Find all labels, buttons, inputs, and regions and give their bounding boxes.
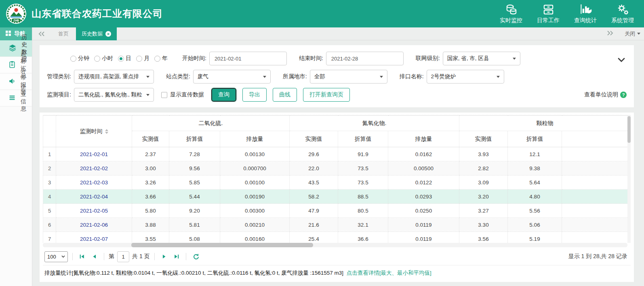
cell-rownum: 4 [43,190,56,204]
sidebar-item-exceedance-summary[interactable]: 超标汇总 [0,57,32,73]
table-row: 72021-02-073.555.080.0016025.436.60.0119… [43,232,631,243]
radio-period-year[interactable]: 年 [154,55,168,62]
radio-period-minute[interactable]: 分钟 [70,55,89,62]
cell-value: 0.00500 [388,161,459,175]
cell-date[interactable]: 2021-02-07 [56,232,132,243]
cell-clipped [562,218,631,232]
query-button[interactable]: 查询 [211,88,236,102]
nav-realtime-monitor[interactable]: 实时监控 [499,3,524,24]
nav-label: 系统管理 [611,17,634,23]
checkbox-icon [161,92,167,98]
site-type-select[interactable]: 废气 [193,70,271,84]
export-button[interactable]: 导出 [242,88,267,102]
column-subheader: 折算值 [338,131,388,147]
prev-page-icon [92,254,97,259]
first-page-button[interactable] [77,253,87,261]
monitor-items-select[interactable]: 二氧化硫., 氮氧化物., 颗粒 [74,88,154,102]
column-header-time[interactable]: 监测时间 [56,116,132,147]
cell-date[interactable]: 2021-02-02 [56,161,132,175]
nav-label: 日常工作 [537,17,560,23]
management-type-select[interactable]: 违规项目, 高架源, 重点排 [74,70,154,84]
app-header: ZHB 山东省联合农药工业有限公司 实时监控 日常工作 [0,0,644,27]
caret-down-icon [146,94,149,96]
cell-date[interactable]: 2021-02-05 [56,204,132,218]
vertical-scrollbar[interactable] [627,115,631,243]
tab-history-data[interactable]: 历史数据 × [76,27,117,40]
open-new-query-button[interactable]: 打开新查询页 [303,88,350,102]
end-time-input[interactable] [326,52,404,65]
city-select[interactable]: 全部 [310,70,387,84]
cell-value: 88.5 [338,190,388,204]
cell-value: 58.2 [290,190,338,204]
radio-period-hour[interactable]: 小时 [94,55,113,62]
page-number-input[interactable] [117,251,129,262]
grid-icon [6,31,11,37]
cell-value: 3.30 [459,218,508,232]
radio-period-month[interactable]: 月 [136,55,149,62]
view-unit-help-link[interactable]: 查看单位说明 ? [584,91,627,98]
horizontal-scrollbar-thumb[interactable] [131,243,313,247]
caret-down-icon [513,58,516,60]
cell-value: 5.44 [169,190,220,204]
horizontal-scrollbar[interactable] [43,243,627,247]
cell-value: 73.5 [338,175,388,190]
column-group-header: 氮氧化物. [290,116,459,131]
nav-query-statistics[interactable]: 查询统计 [573,3,598,24]
sidebar-item-enterprise-info[interactable]: 企业信息 [0,90,32,106]
cell-value: 0.00160 [220,232,290,243]
chevron-down-icon [61,255,65,258]
nav-daily-work[interactable]: 日常工作 [536,3,561,24]
last-page-button[interactable] [172,253,181,261]
radio-icon [70,56,76,62]
cell-date[interactable]: 2021-02-04 [56,190,132,204]
cell-value: 0.0119 [388,218,459,232]
column-subheader: 排放量 [220,131,290,147]
cell-value: 73.5 [338,161,388,175]
start-time-input[interactable] [209,52,287,65]
list-icon [8,94,16,103]
cell-value: 3.66 [132,190,169,204]
nav-system-management[interactable]: 系统管理 [610,3,635,24]
sidebar-item-history-data[interactable]: 历史数据 [0,40,32,57]
caret-down-icon [146,76,149,78]
cell-value: 5.56 [508,204,562,218]
cell-value: 25.4 [290,232,338,243]
cell-date[interactable]: 2021-02-06 [56,218,132,232]
vertical-scrollbar-thumb[interactable] [627,116,631,143]
tab-close-icon[interactable]: × [105,31,111,37]
refresh-button[interactable] [191,252,202,261]
page-size-select[interactable]: 100 [44,251,68,262]
close-tabs-menu[interactable]: 关闭 [625,30,640,38]
checkbox-label: 显示直传数据 [170,91,204,98]
gears-icon [610,3,635,16]
cell-date[interactable]: 2021-02-03 [56,175,132,190]
company-title: 山东省联合农药工业有限公司 [32,7,163,20]
outlet-select[interactable]: 2号焚烧炉 [427,70,504,84]
cell-value: 5.80 [132,204,169,218]
question-circle-icon: ? [620,92,627,98]
cell-value: 32.1 [338,218,388,232]
cell-value: 3.27 [459,204,508,218]
view-details-link[interactable]: 点击查看详情[最大、最小和平均值] [347,270,431,276]
network-level-select[interactable]: 国家, 省, 市, 区县 [443,52,520,65]
tabs-scroll-left-icon[interactable] [32,31,51,37]
tab-home[interactable]: 首页 [51,27,76,40]
prev-page-button[interactable] [90,253,99,261]
emission-summary: 排放量统计[氮氧化物:0.112 t, 颗粒物:0.0104 t, 一氧化碳.:… [43,265,631,282]
period-radio-group: 分钟 小时 日 月 年 [70,55,173,62]
collapse-filters-icon[interactable] [618,56,625,64]
cell-date[interactable]: 2021-02-01 [56,147,132,161]
cell-rownum: 6 [43,218,56,232]
cell-value: 3.00 [132,161,169,175]
direct-data-checkbox[interactable]: 显示直传数据 [161,91,204,98]
next-page-button[interactable] [159,253,169,261]
tabs-scroll-right-icon[interactable] [607,30,613,38]
last-page-icon [174,254,179,259]
sidebar-item-abnormal-alarm[interactable]: 异常报警 [0,73,32,90]
curve-button[interactable]: 曲线 [273,88,297,102]
next-page-icon [161,254,167,259]
cell-value: 5.19 [508,232,562,243]
cell-rownum: 7 [43,232,56,243]
radio-period-day[interactable]: 日 [118,55,131,62]
pagination-bar: 100 第 共 1 页 [43,248,631,265]
